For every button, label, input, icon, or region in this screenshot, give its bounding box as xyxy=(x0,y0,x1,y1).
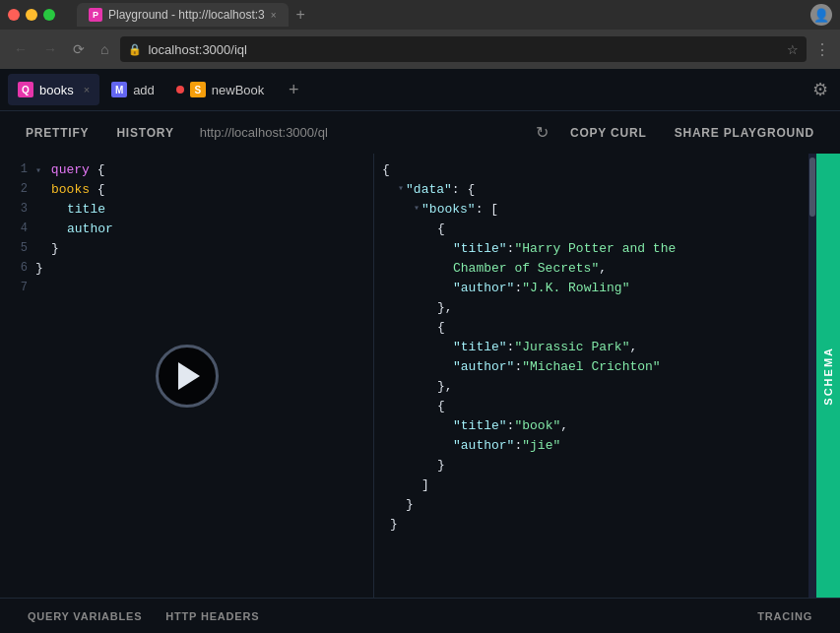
tab-books-label: books xyxy=(39,83,74,97)
json-line-6: "author" : "J.K. Rowling" xyxy=(374,280,808,299)
json-line-17: } xyxy=(374,496,808,516)
json-line-16: ] xyxy=(374,476,808,496)
profile-icon[interactable]: 👤 xyxy=(810,4,832,26)
json-line-13: "title" : "book" , xyxy=(374,417,808,437)
json-line-15: } xyxy=(374,457,808,476)
collapse-arrow[interactable]: ▾ xyxy=(35,165,41,176)
collapse-books-arrow[interactable]: ▾ xyxy=(414,202,420,214)
endpoint-url: http://localhost:3000/ql xyxy=(188,125,528,140)
scrollbar-thumb[interactable] xyxy=(809,158,815,217)
code-line-5: 5 } xyxy=(0,240,373,260)
add-tab-button[interactable]: + xyxy=(280,76,307,103)
json-line-12: { xyxy=(374,398,808,417)
copy-curl-button[interactable]: COPY CURL xyxy=(556,120,661,146)
json-line-5: "title" : "Harry Potter and the xyxy=(374,240,808,260)
run-query-button[interactable] xyxy=(156,345,219,408)
run-triangle-icon xyxy=(178,362,200,390)
minimize-button[interactable] xyxy=(26,9,37,21)
new-tab-button[interactable]: + xyxy=(289,6,313,24)
toolbar: PRETTIFY HISTORY http://localhost:3000/q… xyxy=(0,110,840,154)
json-line-3: ▾ "books" : [ xyxy=(374,201,808,221)
url-text: localhost:3000/iql xyxy=(148,42,781,57)
http-headers-tab[interactable]: HTTP HEADERS xyxy=(154,604,271,628)
refresh-endpoint-button[interactable]: ↻ xyxy=(528,119,556,146)
home-button[interactable]: ⌂ xyxy=(97,39,112,59)
code-line-7: 7 xyxy=(0,280,373,299)
code-line-6: 6 } xyxy=(0,260,373,280)
code-line-1: 1 ▾ query { xyxy=(0,161,373,181)
os-browser-tab[interactable]: P Playground - http://localhost:3 × xyxy=(77,3,289,27)
url-bar[interactable]: 🔒 localhost:3000/iql ☆ xyxy=(120,36,807,62)
scrollbar[interactable] xyxy=(808,154,816,598)
json-line-18: } xyxy=(374,516,808,536)
tab-newbook-label: newBook xyxy=(212,83,264,97)
tab-favicon: P xyxy=(89,8,102,22)
tab-newbook-letter: S xyxy=(190,82,206,97)
tab-books-close[interactable]: × xyxy=(84,84,90,95)
response-panel: { ▾ "data" : { ▾ "books" : [ { "title" :… xyxy=(374,154,808,598)
back-button[interactable]: ← xyxy=(10,39,32,59)
title-bar: P Playground - http://localhost:3 × + 👤 xyxy=(0,0,840,30)
share-playground-button[interactable]: SHARE PLAYGROUND xyxy=(661,120,828,146)
json-line-8: { xyxy=(374,319,808,339)
json-line-11: }, xyxy=(374,378,808,398)
maximize-button[interactable] xyxy=(43,9,55,21)
tab-newbook[interactable]: S newBook xyxy=(166,74,274,105)
json-line-1: { xyxy=(374,161,808,181)
code-line-3: 3 title xyxy=(0,201,373,221)
address-bar: ← → ⟳ ⌂ 🔒 localhost:3000/iql ☆ ⋮ xyxy=(0,30,840,69)
settings-icon[interactable]: ⚙ xyxy=(808,75,832,104)
browser-menu-button[interactable]: ⋮ xyxy=(814,40,830,59)
code-line-4: 4 author xyxy=(0,221,373,240)
bookmark-icon[interactable]: ☆ xyxy=(787,42,799,57)
schema-label: SCHEMA xyxy=(822,347,834,406)
bottom-bar: QUERY VARIABLES HTTP HEADERS TRACING xyxy=(0,598,840,633)
close-button[interactable] xyxy=(8,9,20,21)
json-line-10: "author" : "Michael Crichton" xyxy=(374,358,808,378)
tab-add-label: add xyxy=(133,83,155,97)
code-line-2: 2 books { xyxy=(0,181,373,201)
tab-books-letter: Q xyxy=(18,82,33,97)
history-button[interactable]: HISTORY xyxy=(102,120,187,146)
json-line-2: ▾ "data" : { xyxy=(374,181,808,201)
json-line-7: }, xyxy=(374,299,808,319)
json-line-9: "title" : "Jurassic Park" , xyxy=(374,339,808,358)
os-tab-bar: P Playground - http://localhost:3 × + xyxy=(77,3,805,27)
schema-sidebar-button[interactable]: SCHEMA xyxy=(816,154,840,598)
prettify-button[interactable]: PRETTIFY xyxy=(12,120,102,146)
tab-books[interactable]: Q books × xyxy=(8,74,99,105)
os-tab-close[interactable]: × xyxy=(271,10,277,21)
app-tab-bar: Q books × M add S newBook + ⚙ xyxy=(0,69,840,110)
reload-button[interactable]: ⟳ xyxy=(69,39,89,59)
tab-add-letter: M xyxy=(111,82,127,97)
json-line-14: "author" : "jie" xyxy=(374,437,808,457)
forward-button[interactable]: → xyxy=(39,39,61,59)
json-line-4: { xyxy=(374,221,808,240)
collapse-data-arrow[interactable]: ▾ xyxy=(398,182,404,194)
tracing-tab[interactable]: TRACING xyxy=(745,604,824,628)
editor-area: 1 ▾ query { 2 books { 3 title 4 xyxy=(0,154,840,598)
secure-icon: 🔒 xyxy=(128,43,142,56)
query-variables-tab[interactable]: QUERY VARIABLES xyxy=(16,604,154,628)
tab-newbook-dot xyxy=(176,86,184,94)
query-editor[interactable]: 1 ▾ query { 2 books { 3 title 4 xyxy=(0,154,374,598)
json-line-5b: Chamber of Secrets" , xyxy=(374,260,808,280)
tab-add[interactable]: M add xyxy=(101,74,164,105)
os-tab-title: Playground - http://localhost:3 xyxy=(108,8,265,22)
